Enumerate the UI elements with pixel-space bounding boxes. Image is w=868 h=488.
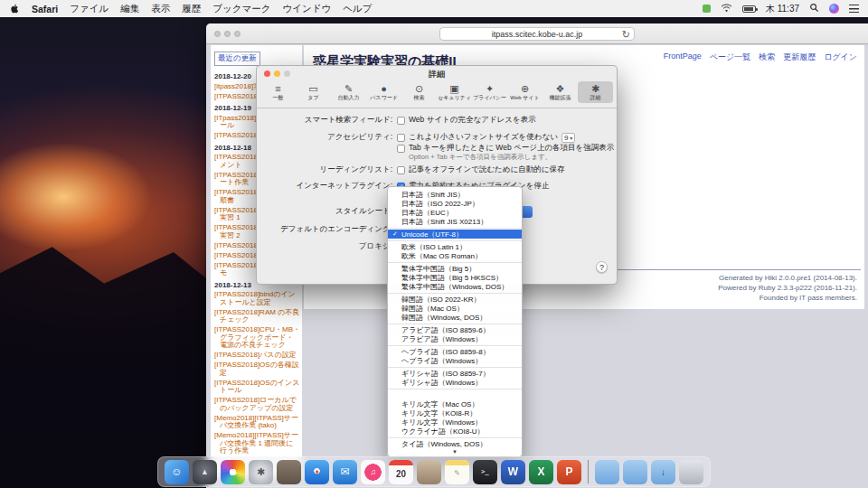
help-button[interactable]: ? bbox=[596, 261, 608, 273]
encoding-option[interactable]: ヘブライ語（Windows） bbox=[388, 356, 522, 365]
encoding-option[interactable]: 韓国語（Windows, DOS） bbox=[388, 313, 522, 322]
dock-system-preferences[interactable]: ✱ bbox=[249, 460, 273, 484]
dock-finder[interactable]: ☺ bbox=[165, 460, 189, 484]
dock-photos[interactable] bbox=[221, 460, 245, 484]
dock-calendar[interactable]: 20 bbox=[389, 460, 413, 484]
font-size-select[interactable]: 9▾ bbox=[561, 133, 575, 143]
window-close-button[interactable] bbox=[214, 31, 221, 37]
encoding-option[interactable]: キリル文字（Windows） bbox=[388, 418, 522, 427]
menu-bookmarks[interactable]: ブックマーク bbox=[212, 3, 270, 15]
nav-frontpage[interactable]: FrontPage bbox=[664, 52, 702, 63]
encoding-option[interactable]: 繁体字中国語（Windows, DOS） bbox=[388, 282, 522, 291]
dock-downloads[interactable]: ↓ bbox=[651, 460, 675, 484]
menu-view[interactable]: 表示 bbox=[151, 3, 170, 15]
prefs-tab-privacy[interactable]: ✦プライバシー bbox=[472, 81, 507, 103]
menu-edit[interactable]: 編集 bbox=[120, 3, 139, 15]
sidebar-link[interactable]: [ITPASS2018]ローカルでのバックアップの設定 bbox=[214, 397, 300, 412]
dock-terminal[interactable]: >_ bbox=[473, 460, 497, 484]
siri-icon[interactable] bbox=[829, 4, 839, 14]
prefs-tab-passwords[interactable]: ●パスワード bbox=[366, 81, 401, 103]
menu-file[interactable]: ファイル bbox=[70, 3, 108, 15]
dock-powerpoint[interactable]: P bbox=[557, 460, 581, 484]
notification-center-icon[interactable] bbox=[849, 5, 859, 13]
checkmark-icon: ✓ bbox=[392, 230, 401, 238]
dock-folder[interactable] bbox=[595, 460, 619, 484]
address-bar[interactable]: itpass.scitec.kobe-u.ac.jp ↻ bbox=[439, 27, 635, 41]
dock-itunes[interactable]: ♫ bbox=[361, 460, 385, 484]
dock-launchpad[interactable]: ▲ bbox=[193, 460, 217, 484]
encoding-option[interactable]: 日本語（Shift JIS X0213） bbox=[388, 217, 522, 226]
wifi-icon[interactable] bbox=[721, 4, 732, 14]
sidebar-recent-updates-link[interactable]: 最近の更新 bbox=[214, 52, 260, 66]
prefs-tab-advanced[interactable]: ✱詳細 bbox=[578, 81, 613, 103]
dock-trash[interactable] bbox=[679, 460, 703, 484]
sidebar-link[interactable]: [ITPASS2018]パスの設定 bbox=[214, 352, 300, 360]
encoding-option[interactable]: キリル文字（Mac OS） bbox=[388, 399, 522, 408]
menu-scroll-down-icon[interactable]: ▼ bbox=[388, 448, 522, 455]
encoding-option[interactable]: 日本語（Shift JIS） bbox=[388, 190, 522, 199]
menu-help[interactable]: ヘルプ bbox=[343, 3, 372, 15]
sidebar-link[interactable]: [ITPASS2018]OSのインストール bbox=[214, 380, 300, 395]
encoding-option[interactable]: ギリシャ語（ISO 8859-7） bbox=[388, 369, 522, 378]
prefs-tab-websites[interactable]: ⊕Web サイト bbox=[507, 81, 542, 103]
sidebar-link[interactable]: [ITPASS2018]CPU・MB・グラフィックボード・電源の不良チェック bbox=[214, 326, 300, 350]
dock-mail[interactable]: ✉ bbox=[333, 460, 357, 484]
encoding-option-selected[interactable]: ✓Unicode（UTF-8） bbox=[388, 230, 522, 239]
tabs-icon: ▭ bbox=[308, 83, 317, 94]
window-zoom-button[interactable] bbox=[234, 31, 241, 37]
encoding-option[interactable]: 日本語（EUC） bbox=[388, 208, 522, 217]
encoding-option[interactable]: 日本語（ISO 2022-JP） bbox=[388, 199, 522, 208]
encoding-option[interactable]: アラビア語（ISO 8859-6） bbox=[388, 325, 522, 334]
window-minimize-button[interactable] bbox=[224, 31, 231, 37]
encoding-option[interactable]: アラビア語（Windows） bbox=[388, 334, 522, 343]
encoding-option[interactable]: タイ語（Windows, DOS） bbox=[388, 439, 522, 448]
dock-contacts[interactable] bbox=[417, 460, 441, 484]
reload-icon[interactable]: ↻ bbox=[622, 28, 630, 41]
sidebar-link[interactable]: [Memo2018][ITPASS]サーバ交換作業 1 週間後に行う作業 bbox=[214, 432, 300, 455]
nav-update-history[interactable]: 更新履歴 bbox=[783, 52, 816, 63]
prefs-tab-general[interactable]: ≡一般 bbox=[260, 81, 296, 103]
battery-icon[interactable] bbox=[742, 5, 756, 13]
prefs-tab-autofill[interactable]: ✎自動入力 bbox=[331, 81, 366, 103]
sidebar-link[interactable]: [Memo2018][ITPASS]サーバ交換作業 (tako) bbox=[214, 415, 300, 430]
lock-icon: ▣ bbox=[449, 83, 458, 94]
menu-window[interactable]: ウインドウ bbox=[282, 3, 331, 15]
encoding-option[interactable]: 韓国語（Mac OS） bbox=[388, 304, 522, 313]
nav-login[interactable]: ログイン bbox=[824, 52, 857, 63]
spotlight-icon[interactable] bbox=[809, 3, 819, 14]
menu-history[interactable]: 履歴 bbox=[182, 3, 201, 15]
encoding-option[interactable]: 欧米（ISO Latin 1） bbox=[388, 242, 522, 251]
sidebar-link[interactable]: [ITPASS2018]RAM の不良チェック bbox=[214, 309, 300, 324]
dock-notes[interactable]: ✎ bbox=[445, 460, 469, 484]
checkbox-min-font-size[interactable] bbox=[397, 134, 405, 142]
prefs-tab-tabs[interactable]: ▭タブ bbox=[296, 81, 331, 103]
sidebar-link[interactable]: [ITPASS2018]bindのインストールと設定 bbox=[214, 291, 300, 306]
menu-app-name[interactable]: Safari bbox=[32, 4, 58, 14]
checkbox-offline-reading[interactable] bbox=[397, 166, 405, 174]
encoding-option[interactable]: 欧米（Mac OS Roman） bbox=[388, 251, 522, 260]
prefs-tab-security[interactable]: ▣セキュリティ bbox=[437, 81, 472, 103]
prefs-tab-search[interactable]: ⊙検索 bbox=[401, 81, 437, 103]
encoding-option[interactable]: 韓国語（ISO 2022-KR） bbox=[388, 295, 522, 304]
checkbox-show-full-address[interactable] bbox=[397, 117, 405, 125]
prefs-tab-extensions[interactable]: ❖機能拡張 bbox=[542, 81, 578, 103]
dock-safari[interactable]: ✦ bbox=[305, 460, 329, 484]
encoding-option[interactable] bbox=[388, 390, 522, 399]
nav-search[interactable]: 検索 bbox=[759, 52, 775, 63]
nav-page-list[interactable]: ページ一覧 bbox=[710, 52, 750, 63]
menu-clock[interactable]: 木 11:37 bbox=[766, 3, 799, 15]
encoding-option[interactable]: ウクライナ語（KOI8-U） bbox=[388, 427, 522, 436]
encoding-option[interactable]: 繁体字中国語（Big 5 HKSCS） bbox=[388, 273, 522, 282]
sidebar-link[interactable]: [ITPASS2018]OSの各種設定 bbox=[214, 361, 300, 377]
status-green-icon[interactable] bbox=[703, 5, 711, 13]
encoding-option[interactable]: ヘブライ語（ISO 8859-8） bbox=[388, 347, 522, 356]
encoding-option[interactable]: 繁体字中国語（Big 5） bbox=[388, 264, 522, 273]
checkbox-tab-highlight[interactable] bbox=[397, 145, 405, 153]
apple-menu-icon[interactable] bbox=[9, 3, 20, 14]
dock-folder-documents[interactable] bbox=[623, 460, 647, 484]
dock-utility-app[interactable] bbox=[277, 460, 301, 484]
dock-excel[interactable]: X bbox=[529, 460, 553, 484]
encoding-option[interactable]: ギリシャ語（Windows） bbox=[388, 378, 522, 387]
dock-word[interactable]: W bbox=[501, 460, 525, 484]
encoding-option[interactable]: キリル文字（KOI8-R） bbox=[388, 408, 522, 418]
